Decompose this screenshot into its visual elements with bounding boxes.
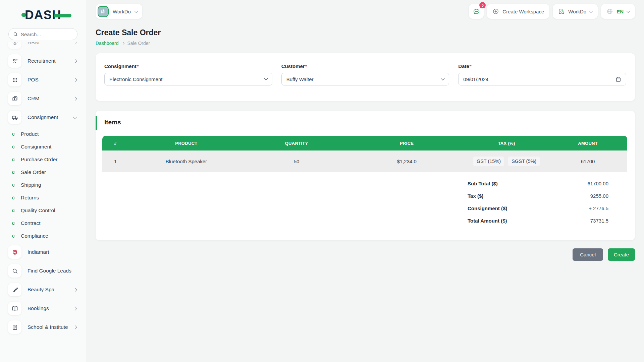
bullet-icon [12,234,16,238]
bullet-icon [12,170,16,174]
top-bar: WorkDo 0 Create Workspace WorkDo EN [96,4,635,19]
summary-tax: Tax ($) 9255.00 [468,190,627,202]
sidebar-item-find-google-leads[interactable]: Find Google Leads [8,264,86,278]
customer-field: Customer* Buffy Walter [281,63,449,85]
summary-subtotal: Sub Total ($) 61700.00 [468,177,627,190]
sidebar-menu: HRM Recruitment POS CRM [0,42,86,362]
sidebar-subitem-product[interactable]: Product [12,129,86,139]
col-quantity: QUANTITY [244,136,349,150]
chevron-down-icon [441,76,445,80]
sidebar-subitem-consignment[interactable]: Consignment [12,142,86,152]
workdo-label: WorkDo [568,9,586,14]
chevron-right-icon [73,306,77,311]
sidebar-item-label: HRM [28,42,73,45]
sidebar-subitem-label: Compliance [21,233,48,239]
calendar-icon[interactable] [615,76,621,82]
language-code: EN [616,9,624,14]
sidebar-item-school-institute[interactable]: School & Institute [8,320,86,334]
workspace-selector[interactable]: WorkDo [96,4,142,19]
breadcrumb-dashboard-link[interactable]: Dashboard [96,41,119,46]
cell-num: 1 [102,150,128,172]
search-icon [8,264,21,278]
chevron-right-icon [73,78,77,82]
sidebar-subitem-label: Purchase Order [21,157,57,163]
pos-icon [8,73,21,86]
col-num: # [102,136,128,150]
sidebar-subitem-label: Quality Control [21,207,55,214]
consignment-select[interactable]: Electronic Consignment [104,73,272,85]
required-asterisk: * [470,63,472,69]
sidebar-subitem-label: Consignment [21,144,51,150]
sidebar-subitem-label: Shipping [21,182,41,188]
table-row: 1 Bluetooth Speaker 50 $1,234.0 GST (15%… [102,150,627,172]
sidebar-subitem-returns[interactable]: Returns [12,193,86,202]
book-icon [8,302,21,315]
chevron-right-icon [73,97,77,101]
cell-product: Bluetooth Speaker [128,150,244,172]
consignment-field: Consignment* Electronic Consignment [104,63,272,85]
search-icon [13,32,18,37]
chevron-right-icon [73,42,77,44]
breadcrumb: Dashboard Sale Order [96,41,635,46]
consignment-selected-value: Electronic Consignment [109,76,162,82]
sidebar-item-label: Consignment [28,114,73,120]
cell-quantity: 50 [244,150,349,172]
breadcrumb-current: Sale Order [127,41,150,46]
sidebar-subitem-purchase-order[interactable]: Purchase Order [12,155,86,164]
sidebar-subitem-shipping[interactable]: Shipping [12,180,86,190]
create-button[interactable]: Create [608,248,635,261]
form-actions: Cancel Create [96,248,635,261]
sidebar-item-indiamart[interactable]: Indiamart [8,245,86,259]
language-selector[interactable]: EN [601,4,635,19]
logo-bar [54,14,71,17]
items-card-header: Items [96,111,635,133]
sidebar-item-bookings[interactable]: Bookings [8,302,86,315]
date-input-wrap [458,73,626,85]
sidebar-subitem-contract[interactable]: Contract [12,219,86,228]
grid-plus-icon [558,8,565,15]
col-amount: AMOUNT [548,136,627,150]
cancel-button[interactable]: Cancel [573,248,603,261]
sidebar-subitem-quality-control[interactable]: Quality Control [12,206,86,215]
workdo-menu-button[interactable]: WorkDo [553,4,598,19]
sidebar-item-crm[interactable]: CRM [8,92,86,105]
chevron-down-icon [264,76,268,80]
tax-badge: SGST (5%) [508,157,540,166]
search-input[interactable] [21,32,73,37]
date-input[interactable] [463,76,615,82]
sidebar-subitem-sale-order[interactable]: Sale Order [12,168,86,177]
dash-logo: DASH [21,7,86,22]
circle-plus-icon [492,8,499,15]
hrm-icon [8,42,21,49]
sidebar-subitem-compliance[interactable]: Compliance [12,231,86,241]
sidebar-item-label: Indiamart [28,249,76,255]
sidebar-item-label: Recruitment [28,58,73,64]
sidebar-item-pos[interactable]: POS [8,73,86,86]
customer-select[interactable]: Buffy Walter [281,73,449,85]
workspace-building-icon [98,6,109,17]
required-asterisk: * [305,63,307,69]
sidebar-item-recruitment[interactable]: Recruitment [8,54,86,68]
sidebar-search[interactable] [8,28,77,40]
sidebar-item-label: Find Google Leads [28,268,76,274]
consignment-label: Consignment* [104,63,272,69]
globe-icon [606,8,613,15]
sidebar-item-beauty-spa[interactable]: Beauty Spa [8,283,86,296]
bullet-icon [12,158,16,162]
cell-amount: 61700 [548,150,627,172]
date-label: Date* [458,63,626,69]
sidebar-item-consignment[interactable]: Consignment [8,111,86,124]
items-title: Items [104,119,121,126]
chevron-right-icon [73,59,77,63]
sidebar-item-hrm[interactable]: HRM [8,42,86,49]
messages-button[interactable]: 0 [469,4,484,19]
sidebar-subitem-label: Returns [21,195,39,201]
customer-selected-value: Buffy Walter [286,76,314,82]
col-price: PRICE [349,136,465,150]
summary-total: Total Amount ($) 73731.5 [468,215,627,227]
required-asterisk: * [137,63,139,69]
cell-price: $1,234.0 [349,150,465,172]
chevron-right-icon [73,325,77,329]
create-workspace-button[interactable]: Create Workspace [487,4,549,19]
date-field: Date* [458,63,626,85]
